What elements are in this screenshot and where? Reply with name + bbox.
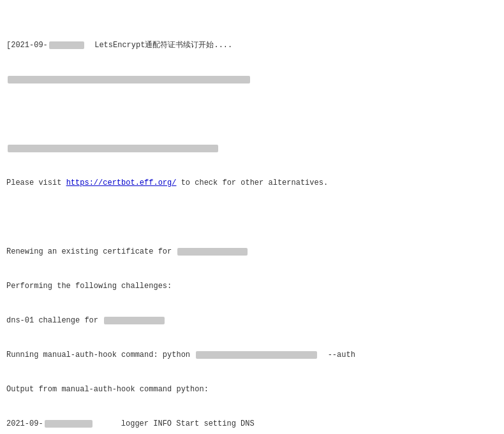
log-line [6, 108, 498, 120]
certbot-link[interactable]: https://certbot.eff.org/ [66, 178, 177, 187]
redacted-text [45, 420, 93, 428]
redacted-text [196, 351, 317, 359]
redacted-text [49, 41, 84, 49]
log-line [6, 74, 498, 85]
terminal-output: [2021-09- LetsEncrypt通配符证书续订开始.... Pleas… [0, 0, 504, 434]
log-line [6, 212, 498, 223]
log-line: Output from manual-auth-hook command pyt… [6, 384, 498, 395]
log-line: Performing the following challenges: [6, 280, 498, 292]
log-line: 2021-09- logger INFO Start setting DNS [6, 418, 498, 430]
log-line [6, 143, 498, 154]
redacted-text [8, 76, 250, 83]
log-line: dns-01 challenge for [6, 315, 498, 326]
redacted-text [177, 248, 248, 256]
log-line: Running manual-auth-hook command: python… [6, 349, 498, 361]
redacted-text [104, 317, 165, 324]
log-line: Renewing an existing certificate for [6, 246, 498, 257]
redacted-text [8, 145, 218, 152]
log-line: [2021-09- LetsEncrypt通配符证书续订开始.... [6, 40, 498, 51]
log-line: Please visit https://certbot.eff.org/ to… [6, 177, 498, 189]
timestamp: [2021-09- [6, 41, 48, 50]
